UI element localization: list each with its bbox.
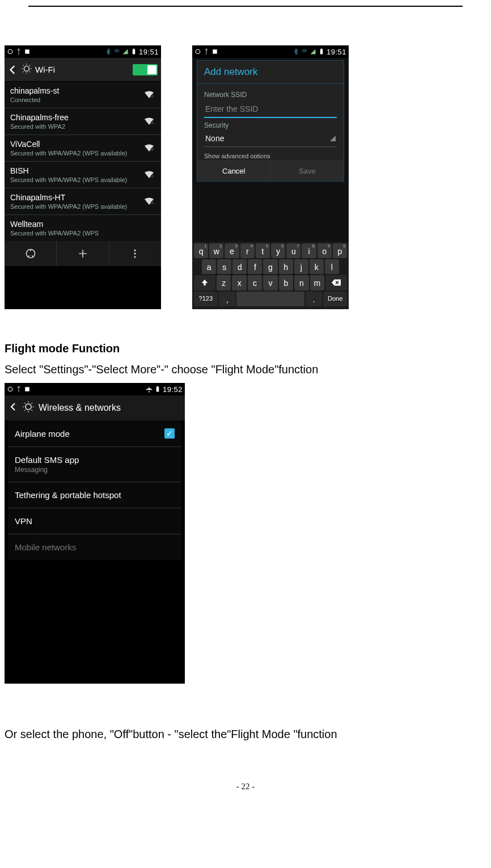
wps-button[interactable]: [5, 241, 56, 266]
backspace-key[interactable]: [325, 275, 347, 290]
key-l[interactable]: l: [325, 259, 339, 274]
key-c[interactable]: c: [248, 275, 262, 290]
svg-point-4: [24, 66, 29, 71]
security-label: Security: [204, 121, 337, 129]
airplane-icon: [146, 386, 153, 393]
section-heading: Flight mode Function: [5, 342, 491, 355]
wifi-ssid: BISH: [10, 166, 143, 175]
key-w[interactable]: w2: [209, 243, 223, 258]
key-r[interactable]: r4: [240, 243, 255, 258]
checkbox-checked-icon[interactable]: ✓: [164, 428, 175, 439]
key-d[interactable]: d: [232, 259, 247, 274]
key-t[interactable]: t5: [256, 243, 270, 258]
menu-button[interactable]: [109, 241, 161, 266]
done-key[interactable]: Done: [323, 292, 347, 306]
key-o[interactable]: o9: [318, 243, 332, 258]
key-b[interactable]: b: [279, 275, 293, 290]
wifi-item[interactable]: ViVaCellSecured with WPA/WPA2 (WPS avail…: [5, 135, 161, 162]
signal-icon: [122, 48, 129, 55]
comma-key[interactable]: ,: [219, 292, 236, 306]
back-icon[interactable]: [8, 65, 18, 75]
key-u[interactable]: u7: [286, 243, 300, 258]
wifi-list: chinapalms-stConnected Chinapalms-freeSe…: [5, 82, 161, 241]
item-label: Default SMS app: [15, 455, 79, 465]
key-i[interactable]: i8: [302, 243, 316, 258]
svg-point-13: [196, 49, 200, 54]
bluetooth-icon: [293, 48, 299, 55]
ssid-input[interactable]: Enter the SSID: [204, 101, 337, 118]
wifi-item[interactable]: WellteamSecured with WPA/WPA2 (WPS: [5, 215, 161, 241]
back-icon[interactable]: [9, 402, 18, 414]
after-text: Or select the phone, "Off"button - "sele…: [5, 728, 491, 741]
wifi-item[interactable]: chinapalms-stConnected: [5, 82, 161, 108]
clock-text: 19:51: [327, 48, 346, 56]
settings-icon: [22, 64, 32, 75]
svg-rect-6: [151, 121, 154, 124]
key-z[interactable]: z: [217, 275, 231, 290]
screenshot-wifi-list: 19:51 Wi-Fi chinapalms-stConnected China…: [5, 45, 161, 309]
key-e[interactable]: e3: [225, 243, 239, 258]
symbols-key[interactable]: ?123: [194, 292, 218, 306]
cancel-button[interactable]: Cancel: [197, 161, 271, 181]
key-j[interactable]: j: [294, 259, 308, 274]
wifi-ssid: Chinapalms-free: [10, 113, 143, 122]
item-label: VPN: [15, 516, 32, 526]
airplane-mode-item[interactable]: Airplane mode ✓: [8, 420, 181, 447]
advanced-checkbox-label[interactable]: Show advanced options: [204, 153, 337, 158]
key-s[interactable]: s: [217, 259, 231, 274]
period-key[interactable]: .: [306, 292, 323, 306]
dropdown-icon: [330, 134, 336, 143]
wifi-sub: Secured with WPA/WPA2 (WPS available): [10, 176, 143, 183]
key-v[interactable]: v: [263, 275, 277, 290]
wifi-icon: [113, 48, 120, 55]
ssid-label: Network SSID: [204, 91, 337, 99]
key-f[interactable]: f: [248, 259, 262, 274]
battery-icon: [130, 48, 137, 55]
svg-rect-16: [320, 49, 322, 50]
key-a[interactable]: a: [202, 259, 216, 274]
wifi-icon: [301, 48, 308, 55]
mobile-networks-item: Mobile networks: [8, 534, 181, 560]
svg-rect-14: [213, 49, 217, 54]
key-g[interactable]: g: [263, 259, 277, 274]
default-sms-item[interactable]: Default SMS appMessaging: [8, 447, 181, 482]
wifi-signal-icon: [143, 170, 155, 180]
svg-rect-19: [156, 387, 159, 391]
vpn-item[interactable]: VPN: [8, 508, 181, 534]
dialog-title: Add network: [197, 61, 344, 84]
section-text: Select "Settings"-"Select More"-" choose…: [5, 363, 491, 376]
svg-rect-5: [151, 95, 154, 98]
svg-point-21: [26, 404, 31, 410]
wifi-item[interactable]: Chinapalms-HTSecured with WPA/WPA2 (WPS …: [5, 188, 161, 215]
wifi-toggle[interactable]: [133, 64, 158, 75]
status-bar: 19:52: [5, 383, 185, 395]
key-q[interactable]: q1: [194, 243, 208, 258]
clock-text: 19:52: [163, 385, 183, 394]
add-network-button[interactable]: [56, 241, 108, 266]
wifi-ssid: chinapalms-st: [10, 86, 143, 95]
security-value: None: [205, 134, 224, 143]
svg-point-11: [134, 252, 136, 254]
security-dropdown[interactable]: None: [204, 129, 337, 147]
key-k[interactable]: k: [310, 259, 324, 274]
space-key[interactable]: [236, 292, 304, 306]
svg-rect-18: [25, 387, 29, 391]
wifi-title: Wi-Fi: [35, 65, 129, 74]
wifi-sub: Secured with WPA/WPA2 (WPS: [10, 230, 143, 237]
svg-point-17: [8, 387, 12, 391]
key-h[interactable]: h: [279, 259, 293, 274]
bluetooth-icon: [105, 48, 112, 55]
wifi-item[interactable]: Chinapalms-freeSecured with WPA2: [5, 108, 161, 135]
screenshot-add-network: 19:51 Add network Network SSID Enter the…: [192, 45, 349, 309]
key-m[interactable]: m: [310, 275, 324, 290]
key-x[interactable]: x: [232, 275, 246, 290]
key-p[interactable]: p0: [333, 243, 347, 258]
key-n[interactable]: n: [294, 275, 308, 290]
key-y[interactable]: y6: [271, 243, 285, 258]
save-button[interactable]: Save: [271, 161, 344, 181]
tethering-item[interactable]: Tethering & portable hotspot: [8, 482, 181, 508]
wifi-item[interactable]: BISHSecured with WPA/WPA2 (WPS available…: [5, 162, 161, 188]
shift-key[interactable]: [194, 275, 215, 290]
wifi-header: Wi-Fi: [5, 58, 161, 82]
wireless-header: Wireless & networks: [5, 395, 185, 420]
